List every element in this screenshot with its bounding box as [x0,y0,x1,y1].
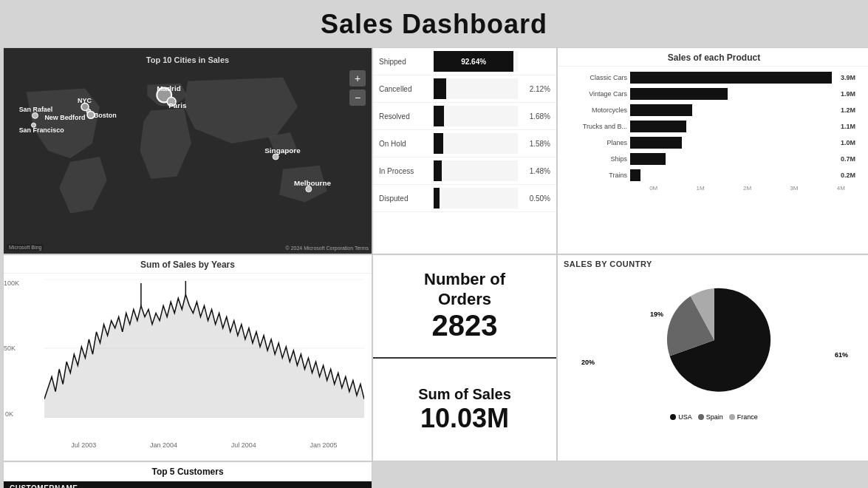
svg-point-15 [273,154,278,160]
status-label: In Process [379,167,431,175]
status-bar [434,78,446,99]
svg-text:San Francisco: San Francisco [19,126,65,134]
product-value: 1.9M [841,90,864,98]
page-header: Sales Dashboard [0,0,868,47]
axis-label: 4M [818,185,864,192]
status-pct: 1.58% [521,140,550,148]
orders-value: 2823 [432,309,498,342]
status-row: In Process1.48% [373,157,556,185]
status-bar [434,106,444,126]
status-bar [434,160,442,181]
product-label: Trains [564,172,630,179]
status-bar-container [434,160,518,181]
product-row: Vintage Cars1.9M [558,86,868,102]
svg-text:Madrid: Madrid [157,84,180,92]
pie-chart [655,281,773,399]
france-label: France [737,413,758,421]
svg-text:San Rafael: San Rafael [19,106,53,113]
status-label: Resolved [379,112,431,121]
product-bar-area [630,87,838,101]
svg-point-1 [33,112,38,118]
chart-title: Sum of Sales by Years [4,255,372,274]
y-label-100k: 100K [4,279,19,287]
product-label: Classic Cars [564,74,630,81]
status-bar-container: 92.64% [434,51,518,72]
country-panel: SALES By COUNTRY 19% 20% 61% USA [557,254,868,461]
status-bar-container [434,188,518,209]
product-label: Motorcycles [564,106,630,114]
svg-text:Melbourne: Melbourne [294,179,332,187]
product-bar [630,153,666,165]
svg-text:Singapore: Singapore [264,146,301,155]
product-bar [630,88,728,100]
legend-spain: Spain [698,413,723,421]
product-label: Planes [564,139,630,146]
status-row: Disputed0.50% [373,185,556,212]
product-row: Planes1.0M [558,135,868,151]
product-value: 1.2M [841,106,864,114]
status-bar-container [434,78,518,99]
status-bar-container [434,133,518,154]
status-label: Disputed [379,194,431,203]
status-label: On Hold [379,140,431,148]
map-title: Top 10 Cities in Sales [4,51,372,67]
zoom-out-button[interactable]: − [349,89,366,106]
pie-area: 19% 20% 61% [558,270,868,410]
sales-title: Sum of Sales [418,386,511,403]
product-value: 1.0M [841,139,864,146]
sales-value: 10.03M [420,403,509,434]
status-row: On Hold1.58% [373,130,556,157]
country-title: SALES By COUNTRY [558,255,868,270]
status-pct: 2.12% [521,85,550,93]
product-bar-area [630,152,838,166]
orders-title: Number ofOrders [424,270,505,309]
product-row: Ships0.7M [558,151,868,167]
axis-label: 1M [677,185,723,192]
pct-france: 19% [650,311,663,318]
status-pct: 0.50% [521,194,550,203]
product-row: Trucks and B...1.1M [558,118,868,135]
product-value: 3.9M [841,74,864,81]
x-label-2: Jan 2004 [150,441,177,449]
product-value: 0.7M [841,155,864,163]
product-bar-area [630,104,838,117]
map-copyright: © 2024 Microsoft Corporation Terms [286,245,369,251]
spain-dot [698,414,704,420]
product-value: 0.2M [841,172,864,179]
status-rows: Shipped92.64%Cancelled2.12%Resolved1.68%… [373,48,556,212]
y-label-0k: 0K [5,410,13,418]
bing-logo: Microsoft Bing [7,244,44,251]
status-bar-container [434,106,518,126]
orders-panel: Number ofOrders 2823 Sum of Sales 10.03M [372,254,557,461]
product-bar [630,72,832,84]
axis-label: 3M [770,185,817,192]
axis-label: 0M [630,185,677,192]
product-title: Sales of each Product [558,48,868,67]
axis-label: 2M [724,185,770,192]
product-row: Motorcycles1.2M [558,102,868,118]
sales-section: Sum of Sales 10.03M [373,359,556,461]
product-sales-panel: Sales of each Product Classic Cars3.9MVi… [557,47,868,254]
customers-panel: Top 5 Customers CUSTOMERNAME Euro Shoppi… [3,461,372,488]
status-bar [434,133,443,154]
usa-dot [670,414,676,420]
product-row: Trains0.2M [558,167,868,183]
map-svg: San Rafael NYC Madrid New Bedford Boston… [4,48,372,254]
zoom-in-button[interactable]: + [349,70,366,87]
product-bar-area [630,136,838,149]
customers-header: CUSTOMERNAME [4,481,372,488]
pct-spain: 20% [581,359,595,366]
status-pct: 1.48% [521,167,550,175]
status-pct: 1.68% [521,112,550,121]
x-label-4: Jan 2005 [310,441,338,449]
product-bar [630,169,640,181]
svg-text:Boston: Boston [94,112,117,119]
pie-legend: USA Spain France [558,410,868,424]
product-label: Ships [564,155,630,163]
status-bar-text: 92.64% [461,58,486,66]
product-row: Classic Cars3.9M [558,70,868,86]
svg-point-17 [306,186,312,192]
svg-text:New Bedford: New Bedford [44,114,85,121]
orders-section: Number ofOrders 2823 [373,255,556,359]
product-rows: Classic Cars3.9MVintage Cars1.9MMotorcyc… [558,67,868,183]
